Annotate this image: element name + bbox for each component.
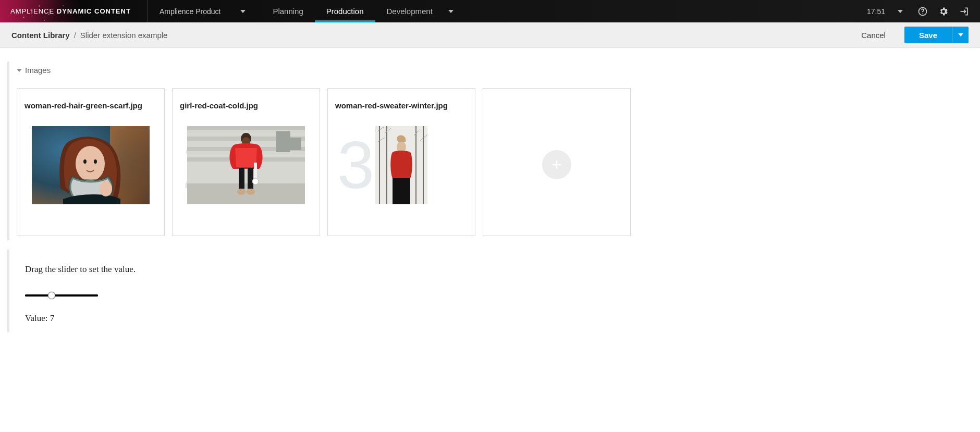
breadcrumb-separator: / xyxy=(74,31,76,40)
chevron-down-icon xyxy=(17,69,22,72)
image-thumbnail xyxy=(375,126,427,204)
save-button[interactable]: Save xyxy=(904,27,952,43)
hub-label: Amplience Product xyxy=(160,7,221,16)
svg-point-23 xyxy=(252,178,259,184)
breadcrumb-root[interactable]: Content Library xyxy=(11,31,70,40)
svg-point-6 xyxy=(94,159,97,164)
slider-value-prefix: Value: xyxy=(25,313,50,323)
image-card[interactable]: girl-red-coat-cold.jpg 2 xyxy=(172,88,320,236)
breadcrumb: Content Library / Slider extension examp… xyxy=(11,31,167,40)
nav-label: Planning xyxy=(273,7,303,16)
slider-value-line: Value: 7 xyxy=(25,313,980,324)
svg-rect-19 xyxy=(248,168,253,189)
save-button-group: Save xyxy=(904,27,969,43)
breadcrumb-current: Slider extension example xyxy=(80,31,168,40)
help-icon[interactable] xyxy=(916,5,929,18)
primary-nav: Planning Production Development xyxy=(261,0,465,22)
nav-production[interactable]: Production xyxy=(315,0,375,22)
svg-rect-35 xyxy=(393,178,410,204)
nav-development[interactable]: Development xyxy=(375,0,465,22)
svg-point-1 xyxy=(922,13,923,14)
nav-label: Production xyxy=(326,7,364,16)
svg-rect-13 xyxy=(276,131,290,152)
nav-planning[interactable]: Planning xyxy=(261,0,314,22)
svg-rect-9 xyxy=(187,126,305,130)
images-panel: Images woman-red-hair-green-scarf.jpg 1 xyxy=(7,61,980,240)
plus-icon xyxy=(542,150,571,179)
svg-point-4 xyxy=(76,146,105,181)
image-thumbnail xyxy=(187,126,305,204)
cancel-button[interactable]: Cancel xyxy=(861,31,886,40)
svg-point-20 xyxy=(237,189,246,195)
svg-rect-22 xyxy=(254,163,257,180)
brand-label: AMPLIENCE DYNAMIC CONTENT xyxy=(0,7,141,15)
top-icons xyxy=(913,5,980,18)
svg-point-5 xyxy=(83,159,87,164)
add-image-card[interactable] xyxy=(483,88,631,236)
chevron-down-icon xyxy=(240,10,246,13)
image-filename: woman-red-hair-green-scarf.jpg xyxy=(24,101,157,110)
editor-area: Images woman-red-hair-green-scarf.jpg 1 xyxy=(0,48,980,362)
subbar: Content Library / Slider extension examp… xyxy=(0,22,980,48)
panel-label: Images xyxy=(25,66,51,75)
save-dropdown[interactable] xyxy=(952,27,969,43)
slider-instruction: Drag the slider to set the value. xyxy=(25,264,980,275)
topbar: AMPLIENCE DYNAMIC CONTENT Amplience Prod… xyxy=(0,0,980,22)
chevron-down-icon xyxy=(898,10,903,13)
logout-icon[interactable] xyxy=(958,5,971,18)
images-panel-toggle[interactable]: Images xyxy=(17,66,980,75)
image-thumbnail xyxy=(32,126,150,204)
image-card[interactable]: woman-red-hair-green-scarf.jpg 1 xyxy=(17,88,165,236)
chevron-down-icon xyxy=(958,33,963,36)
nav-label: Development xyxy=(387,7,433,16)
svg-rect-14 xyxy=(290,138,301,150)
slider-value: 7 xyxy=(50,313,55,323)
image-index: 3 xyxy=(335,132,374,199)
image-cards: woman-red-hair-green-scarf.jpg 1 xyxy=(17,88,980,236)
clock-selector[interactable]: 17:51 xyxy=(856,7,913,16)
brand-part-light: AMPLIENCE xyxy=(10,7,54,15)
image-filename: woman-red-sweater-winter.jpg xyxy=(335,101,468,110)
svg-point-7 xyxy=(100,181,112,196)
hub-selector[interactable]: Amplience Product xyxy=(148,0,258,22)
chevron-down-icon xyxy=(448,10,454,13)
clock-time: 17:51 xyxy=(867,7,885,16)
slider-panel: Drag the slider to set the value. Value:… xyxy=(7,250,980,332)
svg-rect-15 xyxy=(187,183,305,204)
image-filename: girl-red-coat-cold.jpg xyxy=(180,101,312,110)
value-slider[interactable] xyxy=(25,294,98,297)
image-card[interactable]: woman-red-sweater-winter.jpg 3 xyxy=(327,88,475,236)
svg-rect-18 xyxy=(239,168,244,189)
brand-part-bold: DYNAMIC CONTENT xyxy=(57,7,131,15)
svg-point-21 xyxy=(247,189,255,195)
gear-icon[interactable] xyxy=(937,5,950,18)
